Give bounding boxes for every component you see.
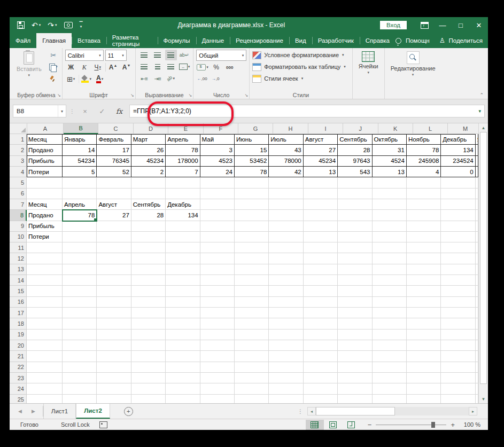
borders-button[interactable]: ⊞▾ [65,74,77,84]
cell-J3[interactable]: 97643 [338,156,372,167]
cell-B23[interactable] [63,373,97,383]
cell-C19[interactable] [97,330,131,340]
row-header-18[interactable]: 18 [10,318,27,329]
maximize-button[interactable]: □ [452,17,470,33]
row-header-21[interactable]: 21 [10,351,27,362]
cell-C5[interactable] [97,177,131,188]
cell-G13[interactable] [235,264,269,275]
cell-G17[interactable] [235,308,269,318]
cell-A25[interactable] [27,395,63,404]
cell-G9[interactable] [235,221,269,232]
cell-D20[interactable] [131,340,166,351]
scroll-up-icon[interactable]: ▲ [479,123,488,132]
cell-J18[interactable] [338,318,372,329]
cell-K8[interactable] [373,210,407,221]
cell-F11[interactable] [200,242,235,253]
row-header-16[interactable]: 16 [10,297,27,308]
cell-I8[interactable] [304,210,338,221]
menu-tab-9[interactable]: Разработчик [312,33,360,48]
cell-L2[interactable]: 78 [407,145,441,155]
cell-I25[interactable] [304,395,338,404]
cell-B3[interactable]: 54234 [63,156,97,167]
cell-K17[interactable] [373,308,407,318]
menu-tab-4[interactable]: Разметка страницы [106,33,158,48]
cell-G12[interactable] [235,253,269,264]
menu-tab-10[interactable]: Справка [360,33,396,48]
column-header-J[interactable]: J [343,123,378,134]
cut-button[interactable]: ✂ [48,50,59,60]
cell-A1[interactable]: Месяц [27,134,63,145]
cell-E14[interactable] [166,275,200,286]
accounting-format-button[interactable]: ▾ [196,62,209,73]
cell-F4[interactable]: 24 [200,167,235,177]
cell-C23[interactable] [97,373,131,383]
cell-A10[interactable]: Потери [27,232,63,242]
cell-D4[interactable]: 2 [131,167,166,177]
cell-E6[interactable] [166,189,200,199]
cell-L25[interactable] [407,395,441,404]
row-header-23[interactable]: 23 [10,373,27,383]
cell-H14[interactable] [269,275,303,286]
cell-E3[interactable]: 178000 [166,156,200,167]
cell-A17[interactable] [27,308,63,318]
cell-E21[interactable] [166,351,200,362]
row-header-20[interactable]: 20 [10,340,27,351]
font-dialog-launcher[interactable]: ↘ [130,93,134,98]
cell-D24[interactable] [131,383,166,394]
cell-J11[interactable] [338,242,372,253]
cell-M20[interactable] [441,340,475,351]
cell-F23[interactable] [200,373,235,383]
cell-A11[interactable] [27,242,63,253]
cell-L1[interactable]: Ноябрь [407,134,441,145]
minimize-button[interactable]: — [433,17,452,33]
column-header-H[interactable]: H [273,123,308,134]
cell-G3[interactable]: 53452 [235,156,269,167]
cell-C10[interactable] [97,232,131,242]
cell-F22[interactable] [200,362,235,373]
cell-M21[interactable] [441,351,475,362]
wrap-text-button[interactable]: ab↵ [179,50,190,60]
column-header-C[interactable]: C [98,123,133,134]
cell-I4[interactable]: 13 [304,167,338,177]
formula-bar-splitter[interactable]: ⋮ [69,108,75,114]
cell-L20[interactable] [407,340,441,351]
cell-L7[interactable] [407,199,441,210]
cell-J24[interactable] [338,383,372,394]
cell-J12[interactable] [338,253,372,264]
cell-C13[interactable] [97,264,131,275]
cell-H13[interactable] [269,264,303,275]
cell-D3[interactable]: 45234 [131,156,166,167]
cell-A8[interactable]: Продано [27,210,63,221]
cell-I18[interactable] [304,318,338,329]
align-left-button[interactable] [138,61,150,72]
cell-M8[interactable] [441,210,475,221]
cell-K21[interactable] [373,351,407,362]
row-header-2[interactable]: 2 [10,145,27,155]
cell-C9[interactable] [97,221,131,232]
cell-L22[interactable] [407,362,441,373]
cell-M18[interactable] [441,318,475,329]
merge-center-button[interactable]: ↔▾ [179,61,191,72]
cell-M13[interactable] [441,264,475,275]
cell-C12[interactable] [97,253,131,264]
cell-L10[interactable] [407,232,441,242]
normal-view-button[interactable] [306,420,324,430]
cell-J23[interactable] [338,373,372,383]
cell-J17[interactable] [338,308,372,318]
cell-E19[interactable] [166,330,200,340]
cell-J16[interactable] [338,297,372,308]
cell-E11[interactable] [166,242,200,253]
cell-A19[interactable] [27,330,63,340]
row-header-5[interactable]: 5 [10,177,27,188]
cell-C22[interactable] [97,362,131,373]
cell-B12[interactable] [63,253,97,264]
align-right-button[interactable] [165,61,177,72]
cell-B6[interactable] [63,189,97,199]
cell-K19[interactable] [373,330,407,340]
cell-J25[interactable] [338,395,372,404]
vertical-scroll-thumb[interactable] [480,132,487,384]
menu-tab-5[interactable]: Формулы [158,33,196,48]
cell-I1[interactable]: Август [304,134,338,145]
row-header-24[interactable]: 24 [10,383,27,394]
cell-D2[interactable]: 26 [131,145,166,155]
